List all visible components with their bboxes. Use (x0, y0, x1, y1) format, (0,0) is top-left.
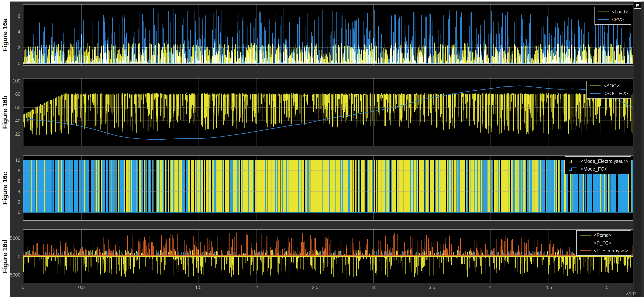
y-tick-label: 10 (15, 157, 20, 163)
line-marker-icon (590, 86, 600, 86)
line-marker-icon (580, 250, 591, 251)
plot-16d[interactable]: <Pcmd><P_FC><P_Electroysis> (23, 229, 633, 283)
legend-label: <SOC_H2> (604, 91, 628, 96)
y-tick-label: 0 (18, 254, 20, 259)
y-tick-label: 80 (15, 91, 20, 97)
legend-item: <P_Electroysis> (580, 248, 628, 253)
y-tick-label: 5000 (10, 235, 20, 241)
x-tick-label: 0 (22, 285, 24, 290)
y-tick-label: 8 (18, 168, 20, 173)
plot-16b[interactable]: <SOC><SOC_H2> (23, 78, 633, 146)
y-tick-label: 20 (15, 131, 20, 137)
legend-label: <Pcmd> (594, 232, 611, 238)
plot-canvas-16c[interactable] (23, 155, 633, 221)
line-marker-icon (580, 235, 591, 235)
x-tick-label: 3.5 (429, 285, 435, 290)
legend-item: <PV> (598, 17, 628, 22)
y-tick-label: 60 (15, 105, 20, 110)
legend-label: <P_FC> (594, 240, 611, 246)
y-tick-label: 100 (12, 78, 20, 84)
figure-label-16a: Figure 16a (1, 18, 9, 52)
line-marker-icon (598, 12, 609, 12)
legend-label: <Mode_Electrolyseur> (581, 159, 628, 164)
y-tick-label: 6 (18, 178, 20, 184)
y-tick-label: 0 (18, 209, 20, 215)
plot-canvas-16d[interactable] (23, 229, 633, 283)
x-tick-label: 1.5 (195, 285, 202, 290)
legend-16d[interactable]: <Pcmd><P_FC><P_Electroysis> (576, 230, 631, 256)
stair-marker-icon (568, 159, 577, 164)
line-marker-icon (598, 19, 609, 20)
y-tick-label: -5000 (8, 272, 20, 277)
stair-marker-icon (568, 167, 577, 172)
legend-item: <SOC_H2> (590, 91, 628, 96)
legend-label: <PV> (612, 17, 624, 22)
x-axis-multiplier: ×10⁵ (626, 291, 636, 296)
y-tick-label: 40 (15, 118, 20, 124)
expand-arrows-icon: ⇄ (636, 3, 639, 8)
legend-item: <Mode_Electrolyseur> (568, 159, 628, 164)
x-tick-label: 0.5 (78, 285, 85, 290)
legend-item: <SOC> (590, 83, 628, 89)
plot-16a[interactable]: <Load><PV> (23, 4, 633, 66)
scrollbar[interactable] (634, 2, 641, 296)
y-tick-label: 4 (18, 29, 20, 35)
expand-button[interactable]: ⇄ (634, 2, 641, 9)
x-tick-label: 4 (489, 285, 492, 290)
x-tick-label: 4.5 (546, 285, 552, 290)
legend-16b[interactable]: <SOC><SOC_H2> (586, 81, 631, 99)
legend-label: <SOC> (604, 83, 619, 89)
y-tick-label: 4 (18, 189, 20, 194)
figure-label-16d: Figure 16d (1, 240, 9, 273)
figure-label-16b: Figure 16b (1, 95, 9, 129)
x-tick-label: 2.5 (312, 285, 318, 290)
figure-label-16c: Figure 16c (1, 172, 9, 205)
legend-item: <P_FC> (580, 240, 628, 246)
legend-label: <P_Electroysis> (594, 248, 628, 253)
x-tick-label: 1 (138, 285, 141, 290)
legend-label: <Mode_FC> (581, 166, 607, 172)
y-tick-label: 2 (18, 199, 20, 204)
line-marker-icon (590, 93, 600, 94)
x-tick-label: 3 (372, 285, 375, 290)
legend-16c[interactable]: <Mode_Electrolyseur><Mode_FC> (565, 156, 631, 174)
line-marker-icon (580, 243, 591, 243)
legend-item: <Pcmd> (580, 232, 628, 238)
plot-canvas-16b[interactable] (23, 78, 633, 146)
legend-item: <Load> (598, 9, 628, 15)
y-tick-label: 6 (18, 13, 20, 19)
y-tick-label: 0 (18, 61, 20, 66)
plot-16c[interactable]: <Mode_Electrolyseur><Mode_FC> (23, 155, 633, 221)
plot-canvas-16a[interactable] (23, 4, 633, 66)
page: { "window": { "expand_button_icon": "⇄" … (0, 0, 644, 300)
x-tick-label: 2 (255, 285, 258, 290)
legend-item: <Mode_FC> (568, 166, 628, 172)
y-tick-label: 2 (18, 45, 20, 50)
legend-label: <Load> (612, 9, 628, 15)
legend-16a[interactable]: <Load><PV> (594, 7, 631, 25)
x-tick-label: 5 (606, 285, 608, 290)
